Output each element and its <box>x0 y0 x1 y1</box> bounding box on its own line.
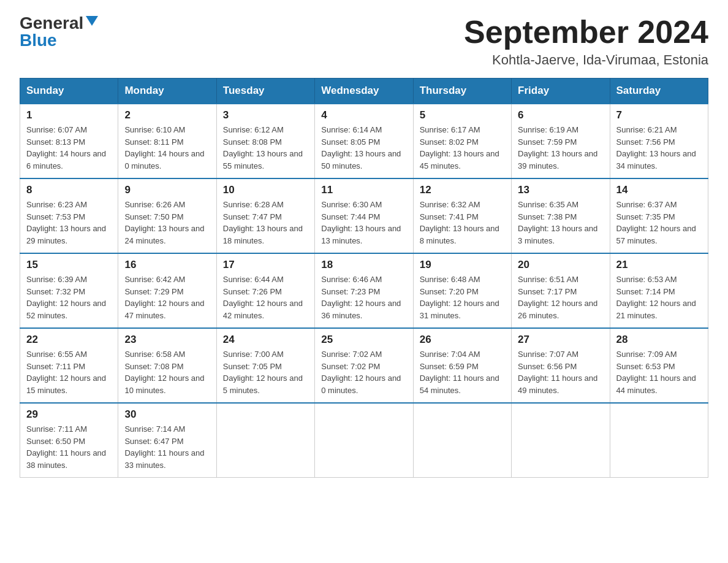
day-number: 18 <box>321 259 406 271</box>
day-number: 4 <box>321 109 406 121</box>
calendar-cell: 10 Sunrise: 6:28 AMSunset: 7:47 PMDaylig… <box>216 178 314 253</box>
logo-triangle-icon <box>86 16 98 26</box>
day-info: Sunrise: 7:04 AMSunset: 6:59 PMDaylight:… <box>420 348 505 396</box>
day-info: Sunrise: 6:26 AMSunset: 7:50 PMDaylight:… <box>124 199 210 247</box>
calendar-cell <box>216 403 314 478</box>
calendar-cell: 25 Sunrise: 7:02 AMSunset: 7:02 PMDaylig… <box>315 328 413 403</box>
day-info: Sunrise: 6:58 AMSunset: 7:08 PMDaylight:… <box>124 348 210 396</box>
calendar-cell: 22 Sunrise: 6:55 AMSunset: 7:11 PMDaylig… <box>20 328 118 403</box>
day-header-saturday: Saturday <box>610 79 708 104</box>
logo-general-text: General <box>20 15 83 32</box>
calendar-cell: 15 Sunrise: 6:39 AMSunset: 7:32 PMDaylig… <box>20 253 118 328</box>
day-info: Sunrise: 7:14 AMSunset: 6:47 PMDaylight:… <box>124 423 210 471</box>
calendar-cell: 29 Sunrise: 7:11 AMSunset: 6:50 PMDaylig… <box>20 403 118 478</box>
day-number: 28 <box>616 334 702 346</box>
day-number: 30 <box>124 408 210 421</box>
calendar-cell: 21 Sunrise: 6:53 AMSunset: 7:14 PMDaylig… <box>610 253 708 328</box>
day-number: 1 <box>26 109 112 121</box>
day-info: Sunrise: 6:07 AMSunset: 8:13 PMDaylight:… <box>26 124 112 172</box>
header: General Blue September 2024 Kohtla-Jaerv… <box>20 15 708 68</box>
calendar-cell: 9 Sunrise: 6:26 AMSunset: 7:50 PMDayligh… <box>118 178 216 253</box>
day-info: Sunrise: 6:17 AMSunset: 8:02 PMDaylight:… <box>420 124 505 172</box>
calendar-cell: 18 Sunrise: 6:46 AMSunset: 7:23 PMDaylig… <box>315 253 413 328</box>
day-number: 3 <box>223 109 308 121</box>
day-info: Sunrise: 6:39 AMSunset: 7:32 PMDaylight:… <box>26 274 112 321</box>
calendar-cell: 19 Sunrise: 6:48 AMSunset: 7:20 PMDaylig… <box>413 253 511 328</box>
day-number: 21 <box>616 259 702 271</box>
day-info: Sunrise: 7:07 AMSunset: 6:56 PMDaylight:… <box>518 348 603 396</box>
day-info: Sunrise: 6:42 AMSunset: 7:29 PMDaylight:… <box>124 274 210 321</box>
week-row-2: 8 Sunrise: 6:23 AMSunset: 7:53 PMDayligh… <box>20 178 708 253</box>
day-number: 17 <box>223 259 308 271</box>
calendar-cell: 5 Sunrise: 6:17 AMSunset: 8:02 PMDayligh… <box>413 104 511 178</box>
day-number: 25 <box>321 334 406 346</box>
calendar-cell: 28 Sunrise: 7:09 AMSunset: 6:53 PMDaylig… <box>610 328 708 403</box>
day-number: 12 <box>420 184 505 196</box>
day-number: 9 <box>124 184 210 196</box>
day-number: 13 <box>518 184 603 196</box>
day-header-friday: Friday <box>512 79 610 104</box>
day-info: Sunrise: 6:19 AMSunset: 7:59 PMDaylight:… <box>518 124 603 172</box>
calendar-cell: 17 Sunrise: 6:44 AMSunset: 7:26 PMDaylig… <box>216 253 314 328</box>
day-header-tuesday: Tuesday <box>216 79 314 104</box>
week-row-4: 22 Sunrise: 6:55 AMSunset: 7:11 PMDaylig… <box>20 328 708 403</box>
day-info: Sunrise: 6:28 AMSunset: 7:47 PMDaylight:… <box>223 199 308 247</box>
week-row-5: 29 Sunrise: 7:11 AMSunset: 6:50 PMDaylig… <box>20 403 708 478</box>
day-info: Sunrise: 6:48 AMSunset: 7:20 PMDaylight:… <box>420 274 505 321</box>
day-number: 20 <box>518 259 603 271</box>
calendar-cell: 11 Sunrise: 6:30 AMSunset: 7:44 PMDaylig… <box>315 178 413 253</box>
logo-blue-text: Blue <box>20 32 57 49</box>
calendar-cell: 20 Sunrise: 6:51 AMSunset: 7:17 PMDaylig… <box>512 253 610 328</box>
day-number: 10 <box>223 184 308 196</box>
day-number: 14 <box>616 184 702 196</box>
calendar-cell <box>413 403 511 478</box>
calendar-cell <box>512 403 610 478</box>
day-info: Sunrise: 6:30 AMSunset: 7:44 PMDaylight:… <box>321 199 406 247</box>
calendar-subtitle: Kohtla-Jaerve, Ida-Virumaa, Estonia <box>464 52 708 68</box>
calendar-cell: 24 Sunrise: 7:00 AMSunset: 7:05 PMDaylig… <box>216 328 314 403</box>
day-number: 5 <box>420 109 505 121</box>
day-info: Sunrise: 7:09 AMSunset: 6:53 PMDaylight:… <box>616 348 702 396</box>
day-info: Sunrise: 6:44 AMSunset: 7:26 PMDaylight:… <box>223 274 308 321</box>
calendar-cell: 3 Sunrise: 6:12 AMSunset: 8:08 PMDayligh… <box>216 104 314 178</box>
day-info: Sunrise: 6:12 AMSunset: 8:08 PMDaylight:… <box>223 124 308 172</box>
day-info: Sunrise: 6:32 AMSunset: 7:41 PMDaylight:… <box>420 199 505 247</box>
day-info: Sunrise: 6:14 AMSunset: 8:05 PMDaylight:… <box>321 124 406 172</box>
day-info: Sunrise: 7:02 AMSunset: 7:02 PMDaylight:… <box>321 348 406 396</box>
day-header-thursday: Thursday <box>413 79 511 104</box>
calendar-cell: 14 Sunrise: 6:37 AMSunset: 7:35 PMDaylig… <box>610 178 708 253</box>
day-header-monday: Monday <box>118 79 216 104</box>
day-info: Sunrise: 7:11 AMSunset: 6:50 PMDaylight:… <box>26 423 112 471</box>
day-number: 24 <box>223 334 308 346</box>
calendar-cell: 4 Sunrise: 6:14 AMSunset: 8:05 PMDayligh… <box>315 104 413 178</box>
day-info: Sunrise: 6:51 AMSunset: 7:17 PMDaylight:… <box>518 274 603 321</box>
week-row-1: 1 Sunrise: 6:07 AMSunset: 8:13 PMDayligh… <box>20 104 708 178</box>
day-number: 2 <box>124 109 210 121</box>
calendar-cell: 16 Sunrise: 6:42 AMSunset: 7:29 PMDaylig… <box>118 253 216 328</box>
title-block: September 2024 Kohtla-Jaerve, Ida-Viruma… <box>464 15 708 68</box>
day-info: Sunrise: 6:53 AMSunset: 7:14 PMDaylight:… <box>616 274 702 321</box>
day-header-wednesday: Wednesday <box>315 79 413 104</box>
calendar-table: SundayMondayTuesdayWednesdayThursdayFrid… <box>20 78 708 478</box>
calendar-cell: 1 Sunrise: 6:07 AMSunset: 8:13 PMDayligh… <box>20 104 118 178</box>
calendar-title: September 2024 <box>464 15 708 50</box>
day-number: 22 <box>26 334 112 346</box>
day-headers-row: SundayMondayTuesdayWednesdayThursdayFrid… <box>20 79 708 104</box>
day-number: 7 <box>616 109 702 121</box>
day-number: 23 <box>124 334 210 346</box>
logo: General Blue <box>20 15 98 49</box>
day-number: 16 <box>124 259 210 271</box>
day-info: Sunrise: 7:00 AMSunset: 7:05 PMDaylight:… <box>223 348 308 396</box>
calendar-cell: 27 Sunrise: 7:07 AMSunset: 6:56 PMDaylig… <box>512 328 610 403</box>
day-number: 8 <box>26 184 112 196</box>
day-number: 27 <box>518 334 603 346</box>
calendar-cell: 23 Sunrise: 6:58 AMSunset: 7:08 PMDaylig… <box>118 328 216 403</box>
calendar-cell: 13 Sunrise: 6:35 AMSunset: 7:38 PMDaylig… <box>512 178 610 253</box>
day-info: Sunrise: 6:10 AMSunset: 8:11 PMDaylight:… <box>124 124 210 172</box>
week-row-3: 15 Sunrise: 6:39 AMSunset: 7:32 PMDaylig… <box>20 253 708 328</box>
day-header-sunday: Sunday <box>20 79 118 104</box>
calendar-cell: 12 Sunrise: 6:32 AMSunset: 7:41 PMDaylig… <box>413 178 511 253</box>
calendar-cell: 30 Sunrise: 7:14 AMSunset: 6:47 PMDaylig… <box>118 403 216 478</box>
day-info: Sunrise: 6:23 AMSunset: 7:53 PMDaylight:… <box>26 199 112 247</box>
calendar-cell: 8 Sunrise: 6:23 AMSunset: 7:53 PMDayligh… <box>20 178 118 253</box>
